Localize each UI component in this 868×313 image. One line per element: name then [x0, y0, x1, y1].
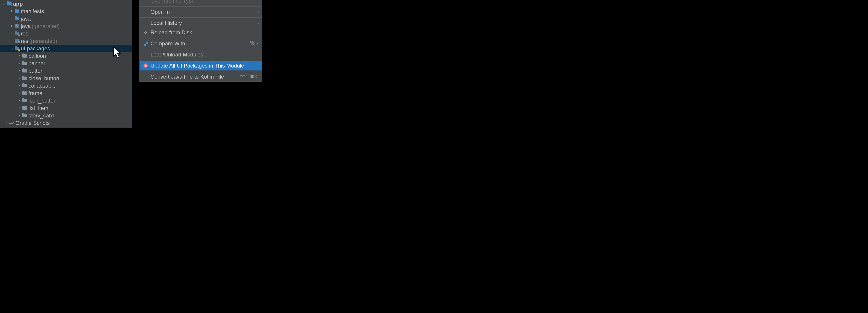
- project-tree-panel: app manifests java java (generated) res …: [0, 0, 132, 128]
- context-menu: Override File Type Open In › Local Histo…: [140, 0, 262, 82]
- reload-icon: ⟳: [143, 30, 149, 35]
- tree-label: java: [21, 23, 31, 29]
- tree-item-res[interactable]: res: [0, 30, 132, 37]
- tree-label: java: [21, 15, 31, 22]
- folder-icon: [14, 16, 20, 21]
- tree-label: ui-packages: [21, 45, 50, 52]
- menu-label: Update All UI Packages in This Module: [151, 63, 258, 69]
- tree-item-res-generated[interactable]: res (generated): [0, 37, 132, 45]
- menu-item-local-history[interactable]: Local History ›: [140, 18, 262, 28]
- chevron-right-icon[interactable]: [17, 68, 21, 73]
- chevron-right-icon[interactable]: [9, 8, 13, 14]
- tree-label: close_button: [29, 75, 59, 81]
- menu-item-reload-from-disk[interactable]: ⟳ Reload from Disk: [140, 28, 262, 37]
- chevron-right-icon[interactable]: [17, 113, 21, 118]
- folder-icon: [22, 68, 27, 73]
- menu-item-update-ui-packages[interactable]: Update All UI Packages in This Module: [140, 61, 262, 70]
- gradle-icon: [9, 121, 14, 125]
- relay-icon: [143, 64, 149, 68]
- tree-item-story-card[interactable]: story_card: [0, 112, 132, 119]
- tree-label: frame: [29, 90, 42, 97]
- tree-label: story_card: [29, 112, 54, 119]
- chevron-right-icon[interactable]: [17, 91, 21, 96]
- folder-icon: [22, 98, 27, 103]
- folder-icon: [22, 91, 27, 96]
- resources-folder-icon: [14, 46, 20, 51]
- tree-item-ui-packages[interactable]: ui-packages: [0, 45, 132, 52]
- resources-folder-icon: [14, 39, 20, 44]
- chevron-right-icon[interactable]: [9, 31, 13, 36]
- menu-label: Open In: [151, 9, 258, 15]
- tree-item-balloon[interactable]: balloon: [0, 52, 132, 60]
- menu-label: Local History: [151, 20, 258, 26]
- tree-item-java-generated[interactable]: java (generated): [0, 22, 132, 30]
- tree-label: Gradle Scripts: [16, 120, 50, 126]
- tree-label: collapsable: [29, 83, 56, 89]
- tree-item-collapsable[interactable]: collapsable: [0, 82, 132, 90]
- menu-label: Convert Java File to Kotlin File: [151, 74, 240, 80]
- tree-label: app: [13, 1, 23, 7]
- tree-item-frame[interactable]: frame: [0, 90, 132, 97]
- tree-label-suffix: (generated): [29, 38, 57, 44]
- tree-label: res: [21, 31, 28, 37]
- folder-icon: [22, 113, 27, 118]
- menu-label: Reload from Disk: [151, 29, 258, 36]
- menu-item-override-file-type[interactable]: Override File Type: [140, 0, 262, 6]
- folder-icon: [22, 106, 27, 111]
- chevron-right-icon[interactable]: [17, 98, 21, 103]
- chevron-down-icon[interactable]: [9, 46, 13, 51]
- tree-item-icon-button[interactable]: icon_button: [0, 97, 132, 104]
- tree-item-app[interactable]: app: [0, 0, 132, 7]
- chevron-right-icon[interactable]: [9, 24, 13, 29]
- chevron-right-icon[interactable]: [17, 76, 21, 81]
- menu-item-compare-with[interactable]: Compare With... ⌘D: [140, 39, 262, 48]
- chevron-right-icon[interactable]: [17, 61, 21, 66]
- tree-item-manifests[interactable]: manifests: [0, 7, 132, 15]
- chevron-right-icon[interactable]: [4, 120, 8, 126]
- chevron-down-icon[interactable]: [2, 1, 6, 6]
- tree-label: button: [29, 68, 43, 74]
- tree-label-suffix: (generated): [32, 23, 60, 29]
- folder-icon: [22, 83, 27, 88]
- chevron-right-icon: ›: [257, 21, 259, 26]
- tree-label: icon_button: [29, 98, 57, 104]
- tree-label: res: [21, 38, 28, 44]
- tree-item-list-item[interactable]: list_item: [0, 104, 132, 112]
- chevron-right-icon[interactable]: [17, 83, 21, 88]
- tree-label: banner: [29, 60, 45, 67]
- folder-icon: [22, 54, 27, 59]
- tree-item-java[interactable]: java: [0, 15, 132, 22]
- generated-folder-icon: [14, 24, 20, 29]
- resources-folder-icon: [14, 31, 20, 36]
- menu-label: Override File Type: [151, 0, 258, 4]
- tree-label: list_item: [29, 105, 49, 111]
- chevron-right-icon[interactable]: [17, 105, 21, 111]
- tree-item-button[interactable]: button: [0, 67, 132, 74]
- tree-item-banner[interactable]: banner: [0, 60, 132, 67]
- menu-item-load-unload-modules[interactable]: Load/Unload Modules...: [140, 50, 262, 59]
- menu-item-open-in[interactable]: Open In ›: [140, 7, 262, 17]
- menu-shortcut: ⌘D: [249, 41, 258, 46]
- menu-item-convert-java-to-kotlin[interactable]: Convert Java File to Kotlin File ⌥⇧⌘K: [140, 72, 262, 81]
- chevron-right-icon[interactable]: [9, 16, 13, 21]
- tree-label: manifests: [21, 8, 44, 14]
- menu-separator: [140, 71, 262, 71]
- menu-shortcut: ⌥⇧⌘K: [240, 74, 258, 80]
- chevron-right-icon[interactable]: [17, 53, 21, 59]
- folder-icon: [22, 76, 27, 81]
- menu-label: Load/Unload Modules...: [151, 51, 258, 58]
- menu-label: Compare With...: [151, 40, 249, 47]
- tree-item-close-button[interactable]: close_button: [0, 74, 132, 82]
- tree-item-gradle-scripts[interactable]: Gradle Scripts: [0, 119, 132, 127]
- compare-icon: [143, 41, 149, 46]
- tree-label: balloon: [29, 53, 46, 59]
- menu-separator: [140, 60, 262, 60]
- folder-icon: [14, 9, 20, 14]
- folder-icon: [22, 61, 27, 66]
- chevron-right-icon: ›: [257, 10, 259, 14]
- module-folder-icon: [7, 1, 12, 6]
